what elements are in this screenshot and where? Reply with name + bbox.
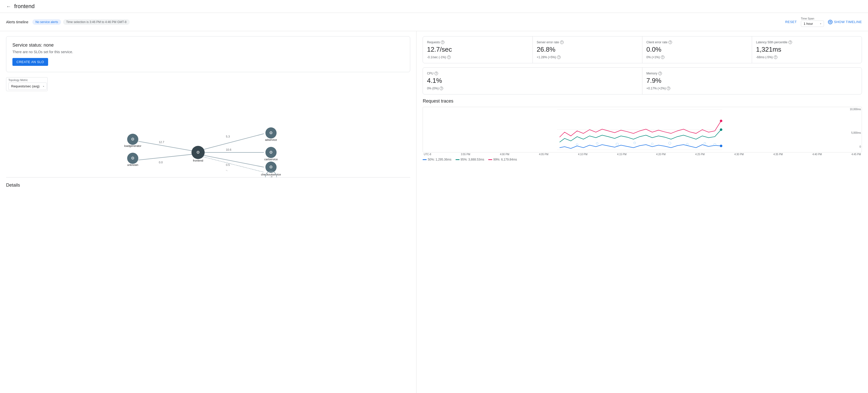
svg-text:⚙: ⚙ xyxy=(131,156,134,160)
service-status-card: Service status: none There are no SLOs s… xyxy=(6,36,410,72)
metrics-row1: Requests ? 12.7/sec -0.1/sec (-1%) ? Ser… xyxy=(423,36,862,63)
alerts-bar: Alerts timeline No service alerts Time s… xyxy=(0,13,868,31)
svg-point-50 xyxy=(720,145,722,147)
metric-cpu-value: 4.1% xyxy=(427,77,638,85)
svg-text:⚙: ⚙ xyxy=(269,165,273,169)
svg-text:+5: +5 xyxy=(269,176,273,177)
server-error-change-help[interactable]: ? xyxy=(557,56,561,59)
legend-95-dot xyxy=(456,159,460,160)
svg-text:cartservice: cartservice xyxy=(265,158,278,161)
legend-95: 95%: 3,888.53ms xyxy=(456,158,484,161)
svg-text:frontend: frontend xyxy=(193,159,203,162)
cpu-help-icon[interactable]: ? xyxy=(435,72,438,75)
svg-text:loadgenerator: loadgenerator xyxy=(124,144,141,147)
time-span-label: Time Span xyxy=(801,17,824,20)
header: ← frontend xyxy=(0,0,868,13)
metric-cpu: CPU ? 4.1% 0% (0%) ? xyxy=(423,68,642,94)
create-slo-button[interactable]: CREATE AN SLO xyxy=(12,58,48,66)
details-title: Details xyxy=(6,183,410,188)
svg-line-3 xyxy=(138,141,195,151)
request-traces-section: Request traces 10,000ms 5,000ms 0 xyxy=(423,98,862,161)
metric-server-error-change: +1.28% (+5%) ? xyxy=(537,56,638,59)
svg-line-13 xyxy=(202,156,264,172)
metric-client-error-value: 0.0% xyxy=(646,46,748,54)
latency-help-icon[interactable]: ? xyxy=(788,40,792,44)
metric-requests-title: Requests ? xyxy=(427,40,528,44)
reset-button[interactable]: RESET xyxy=(785,20,797,24)
metric-latency-value: 1,321ms xyxy=(756,46,858,54)
show-timeline-label: SHOW TIMELINE xyxy=(834,20,862,24)
metric-cpu-change: 0% (0%) ? xyxy=(427,87,638,90)
legend-50-label: 50%: 1,295.36ms xyxy=(428,158,451,161)
svg-text:⚙: ⚙ xyxy=(269,150,273,154)
metric-cpu-title: CPU ? xyxy=(427,72,638,75)
metric-latency-change: -68ms (-5%) ? xyxy=(756,56,858,59)
metric-client-error: Client error rate ? 0.0% 0% (+1%) ? xyxy=(642,36,752,63)
metric-client-error-change: 0% (+1%) ? xyxy=(646,56,748,59)
svg-point-44 xyxy=(669,142,671,144)
legend-95-label: 95%: 3,888.53ms xyxy=(461,158,484,161)
request-traces-title: Request traces xyxy=(423,98,862,104)
svg-point-48 xyxy=(720,120,722,122)
svg-point-45 xyxy=(686,143,688,145)
svg-text:unknown: unknown xyxy=(127,163,138,167)
memory-help-icon[interactable]: ? xyxy=(658,72,662,75)
requests-change-help[interactable]: ? xyxy=(447,56,451,59)
legend-50-dot xyxy=(423,159,427,160)
topology-metric-label: Topology Metric xyxy=(8,79,47,82)
server-error-help-icon[interactable]: ? xyxy=(560,40,564,44)
time-span-container: Time Span 1 hour 6 hours 24 hours xyxy=(801,17,824,27)
page-title: frontend xyxy=(14,3,35,10)
metric-memory-change: +0.17% (+2%) ? xyxy=(646,87,858,90)
topology-metric-select[interactable]: Requests/sec (avg) Error rate Latency xyxy=(8,83,47,90)
svg-text:12.7: 12.7 xyxy=(159,141,164,144)
svg-line-11 xyxy=(202,155,264,167)
topology-svg: 12.7 0.0 5.3 10.6 0.5 -. xyxy=(6,96,410,177)
client-error-change-help[interactable]: ? xyxy=(661,56,664,59)
svg-point-41 xyxy=(616,143,619,145)
svg-text:⚙: ⚙ xyxy=(131,137,134,141)
metric-memory-value: 7.9% xyxy=(646,77,858,85)
service-status-description: There are no SLOs set for this service. xyxy=(12,50,404,54)
request-traces-chart xyxy=(423,107,862,152)
svg-text:0.0: 0.0 xyxy=(159,161,162,164)
svg-point-46 xyxy=(704,142,706,144)
legend-99: 99%: 6,179.84ms xyxy=(488,158,517,161)
back-button[interactable]: ← xyxy=(6,4,11,9)
timeline-icon xyxy=(828,20,833,24)
svg-line-7 xyxy=(202,134,264,150)
metrics-row2: CPU ? 4.1% 0% (0%) ? Memory ? 7.9% +0.17… xyxy=(423,67,862,94)
metric-requests-change: -0.1/sec (-1%) ? xyxy=(427,56,528,59)
no-alerts-badge: No service alerts xyxy=(32,19,61,25)
svg-text:-.: -. xyxy=(226,169,228,172)
latency-change-help[interactable]: ? xyxy=(774,56,777,59)
svg-text:⚙: ⚙ xyxy=(196,150,200,154)
svg-text:5.3: 5.3 xyxy=(226,135,230,138)
client-error-help-icon[interactable]: ? xyxy=(669,40,672,44)
svg-point-39 xyxy=(576,144,578,146)
metric-server-error-title: Server error rate ? xyxy=(537,40,638,44)
left-panel: Service status: none There are no SLOs s… xyxy=(0,31,416,393)
legend-99-label: 99%: 6,179.84ms xyxy=(493,158,517,161)
topology-graph: 12.7 0.0 5.3 10.6 0.5 -. xyxy=(6,96,410,177)
time-selection-badge: Time selection is 3:46 PM to 4:46 PM GMT… xyxy=(63,19,129,25)
cpu-change-help[interactable]: ? xyxy=(440,87,443,90)
chart-y-mid: 5,000ms xyxy=(851,131,861,134)
time-span-select[interactable]: 1 hour 6 hours 24 hours xyxy=(801,21,824,27)
svg-text:10.6: 10.6 xyxy=(226,148,231,151)
svg-text:adservice: adservice xyxy=(265,138,277,141)
alerts-label: Alerts timeline xyxy=(6,20,28,24)
topology-section: Topology Metric Requests/sec (avg) Error… xyxy=(6,77,410,177)
chart-legend: 50%: 1,295.36ms 95%: 3,888.53ms 99%: 6,1… xyxy=(423,158,862,161)
chart-y-min: 0 xyxy=(859,145,861,148)
show-timeline-button[interactable]: SHOW TIMELINE xyxy=(828,20,862,24)
metric-server-error: Server error rate ? 26.8% +1.28% (+5%) ? xyxy=(533,36,642,63)
requests-help-icon[interactable]: ? xyxy=(441,40,444,44)
alerts-right: RESET Time Span 1 hour 6 hours 24 hours … xyxy=(785,17,862,27)
svg-line-5 xyxy=(138,154,195,160)
memory-change-help[interactable]: ? xyxy=(667,87,670,90)
topology-metric-wrapper: Topology Metric Requests/sec (avg) Error… xyxy=(6,77,48,91)
metric-requests: Requests ? 12.7/sec -0.1/sec (-1%) ? xyxy=(423,36,532,63)
svg-point-40 xyxy=(596,142,598,144)
svg-text:⚙: ⚙ xyxy=(269,131,273,135)
